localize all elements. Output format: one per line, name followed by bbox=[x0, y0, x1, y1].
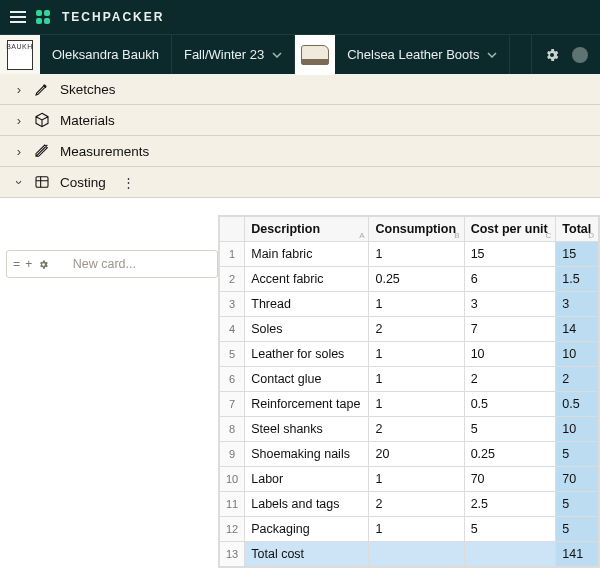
cell-total[interactable]: 5 bbox=[556, 517, 599, 542]
costing-sheet[interactable]: DescriptionA ConsumptionB Cost per unitC… bbox=[218, 215, 600, 568]
cell-consumption[interactable]: 2 bbox=[369, 417, 464, 442]
chevron-down-icon bbox=[272, 52, 282, 58]
cell-cost-per-unit[interactable]: 0.25 bbox=[464, 442, 556, 467]
cell-description[interactable]: Shoemaking nails bbox=[245, 442, 369, 467]
cell-cost-per-unit[interactable]: 3 bbox=[464, 292, 556, 317]
cell-consumption[interactable]: 1 bbox=[369, 342, 464, 367]
brand-name: TECHPACKER bbox=[62, 10, 164, 24]
cell-total[interactable]: 70 bbox=[556, 467, 599, 492]
product-thumb[interactable] bbox=[295, 35, 335, 75]
cell-consumption[interactable]: 1 bbox=[369, 517, 464, 542]
cell-total[interactable]: 5 bbox=[556, 442, 599, 467]
cell-total[interactable]: 5 bbox=[556, 492, 599, 517]
cell-cost-per-unit[interactable]: 5 bbox=[464, 417, 556, 442]
crumb-season[interactable]: Fall/Winter 23 bbox=[172, 35, 295, 74]
crumb-designer[interactable]: Oleksandra Baukh bbox=[40, 35, 172, 74]
brand-logo-tile[interactable]: BAUKH bbox=[0, 35, 40, 74]
table-row[interactable]: 8Steel shanks2510 bbox=[220, 417, 599, 442]
cell-consumption[interactable]: 1 bbox=[369, 367, 464, 392]
crumb-product-label: Chelsea Leather Boots bbox=[347, 47, 479, 62]
cube-icon bbox=[34, 112, 50, 128]
section-label: Materials bbox=[60, 113, 115, 128]
cell-consumption[interactable]: 1 bbox=[369, 242, 464, 267]
cell-consumption[interactable]: 2 bbox=[369, 317, 464, 342]
ruler-icon bbox=[34, 143, 50, 159]
table-row[interactable]: 6Contact glue122 bbox=[220, 367, 599, 392]
menu-icon[interactable] bbox=[10, 11, 26, 23]
cell-consumption[interactable]: 1 bbox=[369, 292, 464, 317]
col-header-total[interactable]: TotalD bbox=[556, 217, 599, 242]
row-number: 7 bbox=[220, 392, 245, 417]
crumb-product[interactable]: Chelsea Leather Boots bbox=[335, 35, 510, 74]
cell-cost-per-unit[interactable]: 2 bbox=[464, 367, 556, 392]
cell-consumption[interactable]: 20 bbox=[369, 442, 464, 467]
cell-consumption[interactable]: 2 bbox=[369, 492, 464, 517]
cell-total[interactable]: 1.5 bbox=[556, 267, 599, 292]
cell-cost-per-unit[interactable]: 70 bbox=[464, 467, 556, 492]
kebab-icon[interactable]: ⋮ bbox=[122, 175, 135, 190]
cell-description[interactable]: Leather for soles bbox=[245, 342, 369, 367]
cell-consumption[interactable]: 0.25 bbox=[369, 267, 464, 292]
cell-total[interactable]: 141 bbox=[556, 542, 599, 567]
newcard-tools[interactable]: = + bbox=[13, 257, 49, 271]
cell-total[interactable]: 10 bbox=[556, 417, 599, 442]
cell-description[interactable]: Accent fabric bbox=[245, 267, 369, 292]
drag-icon[interactable]: = bbox=[13, 257, 21, 271]
cell-cost-per-unit[interactable]: 7 bbox=[464, 317, 556, 342]
table-row[interactable]: 1Main fabric11515 bbox=[220, 242, 599, 267]
section-costing[interactable]: › Costing ⋮ bbox=[0, 167, 600, 198]
cell-description[interactable]: Thread bbox=[245, 292, 369, 317]
cell-consumption[interactable]: 1 bbox=[369, 467, 464, 492]
cell-consumption[interactable]: 1 bbox=[369, 392, 464, 417]
cell-total[interactable]: 3 bbox=[556, 292, 599, 317]
cell-total[interactable]: 2 bbox=[556, 367, 599, 392]
table-row[interactable]: 9Shoemaking nails200.255 bbox=[220, 442, 599, 467]
boot-icon bbox=[301, 45, 329, 65]
cell-total[interactable]: 14 bbox=[556, 317, 599, 342]
cell-cost-per-unit[interactable]: 0.5 bbox=[464, 392, 556, 417]
gear-icon[interactable] bbox=[544, 47, 560, 63]
top-bar: TECHPACKER bbox=[0, 0, 600, 34]
col-header-cost-per-unit[interactable]: Cost per unitC bbox=[464, 217, 556, 242]
cell-cost-per-unit[interactable]: 15 bbox=[464, 242, 556, 267]
cell-consumption[interactable] bbox=[369, 542, 464, 567]
chevron-right-icon: › bbox=[14, 113, 24, 128]
section-materials[interactable]: › Materials bbox=[0, 105, 600, 136]
cell-total[interactable]: 0.5 bbox=[556, 392, 599, 417]
table-row[interactable]: 13Total cost141 bbox=[220, 542, 599, 567]
table-row[interactable]: 5Leather for soles11010 bbox=[220, 342, 599, 367]
table-row[interactable]: 12Packaging155 bbox=[220, 517, 599, 542]
plus-icon[interactable]: + bbox=[25, 257, 33, 271]
cell-description[interactable]: Contact glue bbox=[245, 367, 369, 392]
cell-description[interactable]: Packaging bbox=[245, 517, 369, 542]
table-row[interactable]: 7Reinforcement tape10.50.5 bbox=[220, 392, 599, 417]
cell-cost-per-unit[interactable]: 5 bbox=[464, 517, 556, 542]
section-sketches[interactable]: › Sketches bbox=[0, 74, 600, 105]
cell-description[interactable]: Total cost bbox=[245, 542, 369, 567]
table-row[interactable]: 10Labor17070 bbox=[220, 467, 599, 492]
new-card-row[interactable]: = + New card... bbox=[6, 250, 218, 278]
cell-total[interactable]: 10 bbox=[556, 342, 599, 367]
cell-description[interactable]: Main fabric bbox=[245, 242, 369, 267]
cell-description[interactable]: Labor bbox=[245, 467, 369, 492]
cell-cost-per-unit[interactable]: 6 bbox=[464, 267, 556, 292]
table-row[interactable]: 2Accent fabric0.2561.5 bbox=[220, 267, 599, 292]
cell-description[interactable]: Steel shanks bbox=[245, 417, 369, 442]
section-measurements[interactable]: › Measurements bbox=[0, 136, 600, 167]
cell-description[interactable]: Soles bbox=[245, 317, 369, 342]
cell-description[interactable]: Reinforcement tape bbox=[245, 392, 369, 417]
avatar[interactable] bbox=[572, 47, 588, 63]
cards-sidebar: = + New card... bbox=[0, 215, 218, 278]
cell-cost-per-unit[interactable]: 2.5 bbox=[464, 492, 556, 517]
cell-cost-per-unit[interactable]: 10 bbox=[464, 342, 556, 367]
gear-small-icon[interactable] bbox=[38, 257, 49, 271]
table-row[interactable]: 3Thread133 bbox=[220, 292, 599, 317]
cell-description[interactable]: Labels and tags bbox=[245, 492, 369, 517]
cell-total[interactable]: 15 bbox=[556, 242, 599, 267]
col-header-description[interactable]: DescriptionA bbox=[245, 217, 369, 242]
pencil-icon bbox=[34, 81, 50, 97]
cell-cost-per-unit[interactable] bbox=[464, 542, 556, 567]
col-header-consumption[interactable]: ConsumptionB bbox=[369, 217, 464, 242]
table-row[interactable]: 11Labels and tags22.55 bbox=[220, 492, 599, 517]
table-row[interactable]: 4Soles2714 bbox=[220, 317, 599, 342]
